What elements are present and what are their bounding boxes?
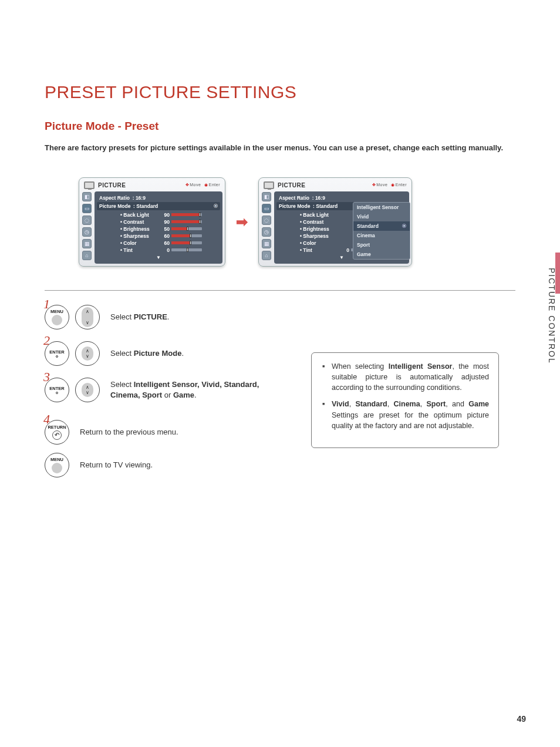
osd-icon: ▦ <box>82 239 92 248</box>
param-row: • Brightness50 <box>120 226 220 233</box>
side-tab-label: PICTURE CONTROL <box>547 268 556 364</box>
step-3-text: Select Intelligent Sensor, Vivid, Standa… <box>110 379 275 400</box>
caret-down-icon: ▼ <box>97 255 220 260</box>
page-subtitle: Picture Mode - Preset <box>45 120 515 133</box>
osd-row-aspect: Aspect Ratio : 16:9 <box>276 194 407 202</box>
radio-icon <box>214 204 218 208</box>
picture-mode-popup[interactable]: Intelligent SensorVividStandardCinemaSpo… <box>353 202 410 260</box>
rocker-vertical[interactable]: ∧∨ <box>75 341 100 366</box>
popup-item[interactable]: Vivid <box>353 212 410 221</box>
param-row: • Sharpness60 <box>120 233 220 240</box>
popup-item[interactable]: Standard <box>353 221 410 231</box>
info-box: When selecting Intelligent Sensor, the m… <box>311 352 499 448</box>
osd-panel-left: PICTURE ✥Move ◉Enter ◧ ▭ ◌ ◷ ▦ ⌂ Aspec <box>79 177 225 267</box>
osd-icon: ⌂ <box>262 251 271 260</box>
monitor-icon <box>264 181 274 189</box>
page-number: 49 <box>517 714 526 724</box>
step-5: MENU Return to TV viewing. <box>45 453 515 477</box>
arrow-right-icon: ➡ <box>236 214 248 230</box>
step-5-text: Return to TV viewing. <box>80 460 153 470</box>
tint-label: • Tint <box>120 247 159 253</box>
popup-item[interactable]: Sport <box>353 240 410 250</box>
page-title: PRESET PICTURE SETTINGS <box>45 82 515 102</box>
tint-bar <box>171 248 202 251</box>
osd-icon: ◌ <box>82 216 92 225</box>
step-4-text: Return to the previous menu. <box>80 427 178 438</box>
divider <box>45 290 515 291</box>
osd-icon: ▭ <box>82 204 92 213</box>
osd-row-aspect: Aspect Ratio : 16:9 <box>97 194 220 202</box>
osd-category-icons: ◧ ▭ ◌ ◷ ▦ ⌂ <box>80 190 93 265</box>
osd-icon: ◷ <box>82 227 92 237</box>
popup-item[interactable]: Game <box>353 250 410 259</box>
param-row: • Contrast90 <box>120 218 220 226</box>
popup-item[interactable]: Cinema <box>353 231 410 240</box>
rocker-vertical[interactable]: ∧∨ <box>75 305 100 329</box>
osd-icon: ◧ <box>82 192 92 201</box>
osd-row-picture-mode[interactable]: Picture Mode : Standard <box>97 202 220 210</box>
osd-header-title: PICTURE <box>98 182 126 189</box>
osd-icon: ▦ <box>262 239 271 248</box>
side-tab: PICTURE CONTROL <box>544 253 560 370</box>
param-row: • Back Light90 <box>120 211 220 218</box>
tint-value: 0 <box>159 247 170 253</box>
osd-panels-row: PICTURE ✥Move ◉Enter ◧ ▭ ◌ ◷ ▦ ⌂ Aspec <box>79 177 515 267</box>
osd-icon: ▭ <box>262 204 271 213</box>
osd-icon: ⌂ <box>82 251 92 260</box>
osd-hints: ✥Move ◉Enter <box>372 183 407 187</box>
step-1-text: Select PICTURE. <box>110 312 169 322</box>
osd-icon: ◧ <box>262 192 271 201</box>
osd-category-icons: ◧ ▭ ◌ ◷ ▦ ⌂ <box>260 190 273 265</box>
monitor-icon <box>84 181 95 189</box>
step-2-text: Select Picture Mode. <box>110 348 184 359</box>
step-1: 1 MENU ∧∨ Select PICTURE. <box>45 305 515 329</box>
osd-icon: ◌ <box>262 216 271 225</box>
info-item-2: Vivid, Standard, Cinema, Sport, and Game… <box>329 399 489 430</box>
popup-item[interactable]: Intelligent Sensor <box>353 203 410 212</box>
osd-header-title: PICTURE <box>278 182 305 189</box>
rocker-vertical[interactable]: ∧∨ <box>75 378 100 402</box>
info-item-1: When selecting Intelligent Sensor, the m… <box>329 361 489 393</box>
osd-icon: ◷ <box>262 227 271 237</box>
tint-value: 0 <box>339 247 349 253</box>
tint-label: • Tint <box>300 247 339 253</box>
menu-button[interactable]: MENU <box>45 453 69 477</box>
osd-hints: ✥Move ◉Enter <box>185 183 220 187</box>
osd-sublist: • Back Light90• Contrast90• Brightness50… <box>120 210 220 247</box>
param-row: • Color60 <box>120 240 220 247</box>
osd-panel-right: PICTURE ✥Move ◉Enter ◧ ▭ ◌ ◷ ▦ ⌂ Aspec <box>258 177 412 267</box>
intro-text: There are factory presets for picture se… <box>45 142 515 154</box>
